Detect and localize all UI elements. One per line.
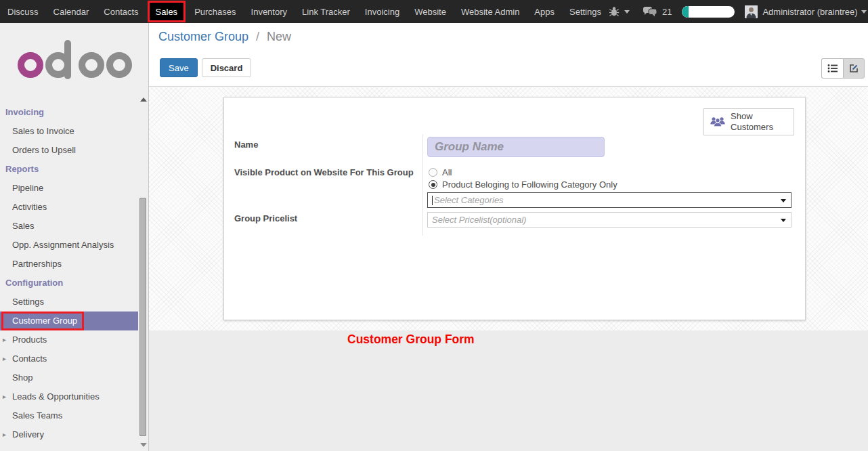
sidebar-item-sales-to-invoice[interactable]: Sales to Invoice [0, 122, 138, 141]
sidebar-item-shop[interactable]: Shop [0, 368, 138, 387]
radio-all-icon[interactable] [429, 168, 437, 177]
sidebar-item-partnerships[interactable]: Partnerships [0, 255, 138, 274]
group-name-input[interactable] [427, 137, 605, 157]
select-categories-dropdown[interactable]: Select Categories [427, 192, 791, 208]
top-menu-invoicing[interactable]: Invoicing [357, 0, 407, 23]
top-menu-apps[interactable]: Apps [527, 0, 562, 23]
dropdown-caret-icon [781, 199, 786, 202]
breadcrumb-parent-link[interactable]: Customer Group [158, 30, 248, 43]
sidebar-item-label: Contacts [12, 353, 47, 364]
breadcrumb-current: New [267, 30, 291, 43]
form-view-edit-icon [848, 63, 859, 74]
sidebar-scrollbar[interactable] [139, 95, 148, 451]
odoo-logo-o2 [79, 52, 104, 78]
top-menu-purchases[interactable]: Purchases [187, 0, 243, 23]
top-menu-website-admin[interactable]: Website Admin [454, 0, 527, 23]
sidebar-header-configuration: Configuration [0, 274, 138, 293]
user-menu[interactable]: Administrator (braintree) [762, 7, 857, 17]
bottom-area: Customer Group Form [149, 330, 868, 451]
scrollbar-thumb[interactable] [139, 198, 146, 436]
top-menu-inventory[interactable]: Inventory [244, 0, 295, 23]
pricelist-field-label: Group Pricelist [234, 213, 297, 223]
top-menu-contacts[interactable]: Contacts [96, 0, 146, 23]
sidebar-item-contacts[interactable]: ▸ Contacts [0, 349, 138, 368]
odoo-logo-o3 [106, 52, 132, 78]
scroll-up-icon[interactable] [140, 98, 147, 102]
top-menu-sales[interactable]: Sales [148, 1, 186, 22]
dropdown-caret-icon [781, 219, 786, 222]
show-customers-label: Show Customers [731, 111, 788, 133]
timer-progress-fill [682, 6, 688, 18]
top-menu-calendar[interactable]: Calendar [46, 0, 97, 23]
debug-bug-icon[interactable] [609, 6, 620, 17]
view-switcher [821, 58, 865, 79]
odoo-logo-o1 [18, 52, 43, 78]
sidebar-item-activities[interactable]: Activities [0, 198, 138, 217]
odoo-logo: odoo [18, 39, 148, 78]
form-canvas: Show Customers Name Visible Product on W… [149, 87, 868, 330]
debug-caret-down-icon[interactable] [624, 10, 630, 14]
save-button[interactable]: Save [160, 58, 198, 77]
expand-caret-icon: ▸ [3, 349, 6, 368]
sidebar-item-products[interactable]: ▸ Products [0, 330, 138, 349]
customers-group-icon [710, 115, 726, 129]
radio-option-category-only[interactable]: Product Beloging to Following Category O… [429, 179, 617, 190]
sidebar-item-label: Delivery [12, 429, 44, 439]
sidebar-menu: Invoicing Sales to Invoice Orders to Ups… [0, 103, 138, 444]
select-categories-placeholder: Select Categories [434, 195, 504, 205]
sidebar-item-pipeline[interactable]: Pipeline [0, 179, 138, 198]
top-navigation-bar: Discuss Calendar Contacts Sales Purchase… [0, 0, 868, 23]
sidebar-header-reports: Reports [0, 160, 138, 179]
visibility-field-label: Visible Product on Website For This Grou… [234, 167, 414, 177]
top-menu: Discuss Calendar Contacts Sales Purchase… [0, 0, 609, 23]
expand-caret-icon: ▸ [3, 330, 6, 349]
text-cursor [432, 196, 433, 205]
radio-category-only-label: Product Beloging to Following Category O… [442, 179, 617, 190]
sidebar-item-orders-to-upsell[interactable]: Orders to Upsell [0, 141, 138, 160]
sidebar-header-invoicing: Invoicing [0, 103, 138, 122]
messages-count: 21 [662, 7, 672, 17]
form-column-divider [422, 134, 423, 236]
breadcrumb: Customer Group / New [158, 30, 291, 44]
select-pricelist-dropdown[interactable]: Select Pricelist(optional) [427, 212, 791, 228]
odoo-logo-d [45, 52, 71, 78]
sidebar-item-leads-opportunities[interactable]: ▸ Leads & Opportunities [0, 387, 138, 406]
discard-button[interactable]: Discard [202, 58, 252, 77]
sidebar-item-customer-group[interactable]: Customer Group [0, 312, 138, 330]
form-view-button[interactable] [843, 58, 865, 79]
sidebar-item-label: Leads & Opportunities [12, 391, 100, 402]
sidebar-item-delivery[interactable]: ▸ Delivery [0, 425, 138, 444]
sidebar-item-sales-teams[interactable]: Sales Teams [0, 406, 138, 425]
top-menu-settings[interactable]: Settings [562, 0, 609, 23]
expand-caret-icon: ▸ [3, 387, 6, 406]
breadcrumb-separator: / [256, 30, 259, 43]
list-view-button[interactable] [821, 58, 843, 79]
list-view-icon [827, 64, 838, 73]
timer-progress-pill[interactable] [682, 6, 735, 18]
control-panel: Customer Group / New Save Discard [149, 23, 868, 87]
show-customers-button[interactable]: Show Customers [703, 108, 794, 135]
sidebar-item-label: Products [12, 335, 47, 345]
sidebar-item-label: Customer Group [12, 316, 77, 326]
customer-group-form: Show Customers Name Visible Product on W… [223, 97, 806, 320]
top-menu-website[interactable]: Website [407, 0, 454, 23]
radio-category-only-icon[interactable] [429, 180, 437, 189]
sidebar-item-opp-assignment-analysis[interactable]: Opp. Assignment Analysis [0, 236, 138, 255]
user-avatar[interactable] [745, 5, 758, 18]
scroll-down-icon[interactable] [140, 443, 147, 447]
sidebar-item-sales[interactable]: Sales [0, 217, 138, 236]
select-pricelist-placeholder: Select Pricelist(optional) [432, 215, 526, 225]
expand-caret-icon: ▸ [3, 425, 6, 444]
sidebar: odoo Invoicing Sales to Invoice Orders t… [0, 23, 149, 451]
top-menu-link-tracker[interactable]: Link Tracker [295, 0, 357, 23]
radio-all-label: All [442, 167, 452, 177]
messages-icon[interactable] [643, 6, 657, 17]
radio-option-all[interactable]: All [429, 167, 452, 177]
name-field-label: Name [234, 139, 258, 150]
annotation-caption: Customer Group Form [347, 332, 475, 347]
user-caret-down-icon[interactable] [861, 10, 867, 14]
main-content: Customer Group / New Save Discard [149, 23, 868, 451]
top-menu-discuss[interactable]: Discuss [0, 0, 46, 23]
sidebar-item-settings[interactable]: Settings [0, 293, 138, 312]
odoo-logo-text: odoo [18, 77, 18, 78]
